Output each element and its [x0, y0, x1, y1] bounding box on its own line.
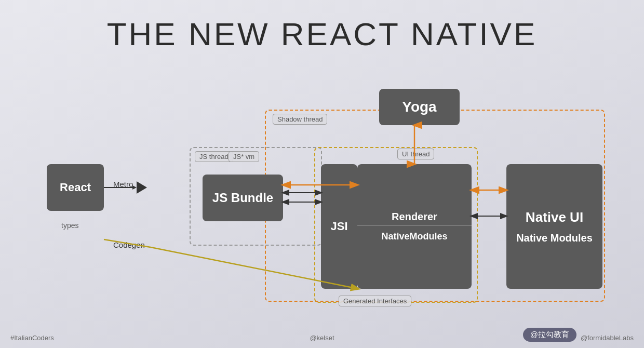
metro-label: Metro [113, 180, 133, 189]
react-box: React [47, 164, 104, 211]
shadow-thread-label: Shadow thread [273, 114, 327, 125]
jsbundle-box: JS Bundle [203, 175, 283, 221]
slide: THE NEW REACT NATIVE Shadow thread JS th… [0, 0, 644, 348]
footer-hashtag: #ItalianCoders [10, 334, 54, 342]
renderer-label: Renderer [357, 206, 472, 226]
codegen-label: Codegen [113, 240, 145, 249]
renderer-nativemodules-box: Renderer NativeModules [357, 164, 472, 289]
jsi-box: JSI [321, 164, 357, 289]
react-types-label: types [61, 221, 78, 230]
watermark: @拉勾教育 [523, 328, 576, 342]
js-thread-label: JS thread [195, 151, 233, 162]
ui-thread-label: UI thread [397, 149, 434, 159]
footer-author1: @kelset [310, 334, 334, 342]
diagram-area: Shadow thread JS thread UI thread JS* vm… [36, 63, 608, 312]
jsvm-label: JS* vm [229, 151, 259, 162]
footer-author2: @formidableLabs [581, 334, 634, 342]
slide-title: THE NEW REACT NATIVE [107, 16, 538, 52]
generated-interfaces-label: Generated Interfaces [339, 296, 411, 306]
yoga-box: Yoga [379, 89, 460, 125]
svg-marker-2 [137, 181, 147, 194]
nativemodules-label: NativeModules [381, 226, 447, 247]
native-box: Native UI Native Modules [506, 164, 602, 289]
